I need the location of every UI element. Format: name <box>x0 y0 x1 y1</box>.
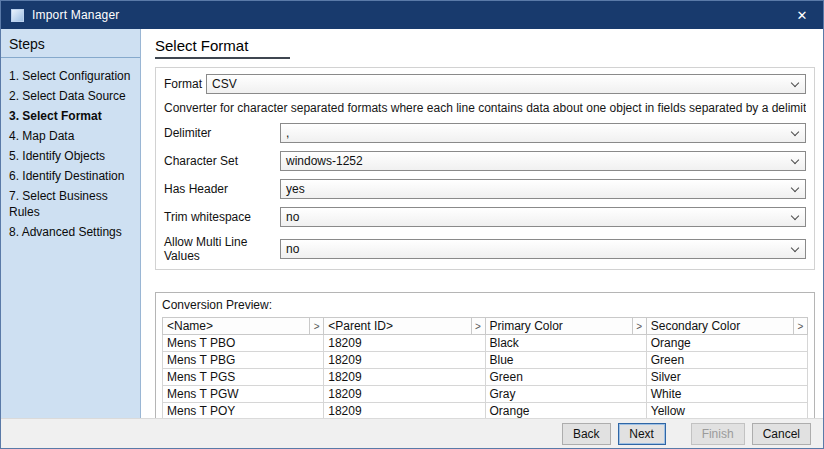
delimiter-row: Delimiter , <box>164 123 806 143</box>
steps-sidebar: Steps 1. Select Configuration 2. Select … <box>1 29 141 418</box>
has-header-label: Has Header <box>164 182 280 196</box>
trim-whitespace-value: no <box>286 210 299 224</box>
column-header-label: Secondary Color <box>651 319 740 333</box>
table-row: Mens T PBO 18209 Black Orange <box>163 335 808 352</box>
table-row: Mens T PGS 18209 Green Silver <box>163 369 808 386</box>
has-header-select[interactable]: yes <box>280 179 806 199</box>
next-button[interactable]: Next <box>618 423 666 445</box>
sidebar-item-select-configuration[interactable]: 1. Select Configuration <box>5 66 136 86</box>
cell-parent-id: 18209 <box>324 352 485 369</box>
trim-whitespace-select[interactable]: no <box>280 207 806 227</box>
conversion-preview-group: Conversion Preview: <Name> > <Parent ID>… <box>155 292 815 429</box>
format-label: Format <box>164 77 206 91</box>
multi-line-values-select[interactable]: no <box>280 239 806 259</box>
cell-primary-color: Gray <box>485 386 646 403</box>
multi-line-values-row: Allow Multi Line Values no <box>164 235 806 263</box>
table-row: Mens T PGW 18209 Gray White <box>163 386 808 403</box>
chevron-down-icon <box>791 184 799 192</box>
conversion-preview-label: Conversion Preview: <box>162 298 808 312</box>
preview-table: <Name> > <Parent ID> > Primary Color > <box>162 317 808 420</box>
dialog-footer: Back Next Finish Cancel <box>1 418 823 448</box>
back-button[interactable]: Back <box>562 423 611 445</box>
sidebar-item-select-format[interactable]: 3. Select Format <box>5 106 136 126</box>
character-set-select[interactable]: windows-1252 <box>280 151 806 171</box>
column-expand-icon[interactable]: > <box>471 318 485 334</box>
column-header-name[interactable]: <Name> > <box>163 318 324 335</box>
column-header-primary-color[interactable]: Primary Color > <box>485 318 646 335</box>
has-header-value: yes <box>286 182 305 196</box>
cell-name: Mens T POY <box>163 403 324 420</box>
column-expand-icon[interactable]: > <box>793 318 807 334</box>
character-set-row: Character Set windows-1252 <box>164 151 806 171</box>
preview-header-row: <Name> > <Parent ID> > Primary Color > <box>163 318 808 335</box>
cell-primary-color: Black <box>485 335 646 352</box>
page-title: Select Format <box>155 35 290 59</box>
character-set-label: Character Set <box>164 154 280 168</box>
sidebar-item-map-data[interactable]: 4. Map Data <box>5 126 136 146</box>
chevron-down-icon <box>791 212 799 220</box>
cell-parent-id: 18209 <box>324 335 485 352</box>
column-header-label: <Parent ID> <box>328 319 393 333</box>
import-manager-dialog: Import Manager ✕ Steps 1. Select Configu… <box>0 0 824 449</box>
cell-parent-id: 18209 <box>324 369 485 386</box>
close-icon[interactable]: ✕ <box>791 9 813 22</box>
format-select[interactable]: CSV <box>206 74 806 94</box>
chevron-down-icon <box>791 156 799 164</box>
cell-name: Mens T PBO <box>163 335 324 352</box>
column-header-secondary-color[interactable]: Secondary Color > <box>646 318 807 335</box>
format-settings-panel: Format CSV Converter for character separ… <box>155 67 815 270</box>
cell-primary-color: Green <box>485 369 646 386</box>
window-title: Import Manager <box>32 8 120 22</box>
delimiter-value: , <box>286 126 289 140</box>
cell-name: Mens T PGS <box>163 369 324 386</box>
trim-whitespace-label: Trim whitespace <box>164 210 280 224</box>
table-row: Mens T PBG 18209 Blue Green <box>163 352 808 369</box>
title-bar[interactable]: Import Manager ✕ <box>1 1 823 29</box>
cell-parent-id: 18209 <box>324 403 485 420</box>
table-row: Mens T POY 18209 Orange Yellow <box>163 403 808 420</box>
chevron-down-icon <box>791 244 799 252</box>
chevron-down-icon <box>791 128 799 136</box>
cell-primary-color: Blue <box>485 352 646 369</box>
cell-parent-id: 18209 <box>324 386 485 403</box>
cell-secondary-color: White <box>646 386 807 403</box>
column-expand-icon[interactable]: > <box>632 318 646 334</box>
format-row: Format CSV <box>164 74 806 94</box>
sidebar-item-identify-objects[interactable]: 5. Identify Objects <box>5 146 136 166</box>
cell-name: Mens T PBG <box>163 352 324 369</box>
cell-secondary-color: Yellow <box>646 403 807 420</box>
sidebar-item-identify-destination[interactable]: 6. Identify Destination <box>5 166 136 186</box>
chevron-down-icon <box>791 79 799 87</box>
sidebar-item-select-data-source[interactable]: 2. Select Data Source <box>5 86 136 106</box>
column-expand-icon[interactable]: > <box>309 318 323 334</box>
multi-line-values-value: no <box>286 242 299 256</box>
finish-button[interactable]: Finish <box>691 423 745 445</box>
format-value: CSV <box>212 77 237 91</box>
app-icon <box>11 9 24 22</box>
cell-name: Mens T PGW <box>163 386 324 403</box>
column-header-parent-id[interactable]: <Parent ID> > <box>324 318 485 335</box>
dialog-body: Steps 1. Select Configuration 2. Select … <box>1 29 823 418</box>
character-set-value: windows-1252 <box>286 154 363 168</box>
format-description: Converter for character separated format… <box>164 101 806 115</box>
cell-secondary-color: Silver <box>646 369 807 386</box>
column-header-label: <Name> <box>167 319 213 333</box>
cancel-button[interactable]: Cancel <box>752 423 811 445</box>
main-panel: Select Format Format CSV Converter for c… <box>141 29 823 418</box>
column-header-label: Primary Color <box>490 319 563 333</box>
trim-whitespace-row: Trim whitespace no <box>164 207 806 227</box>
cell-primary-color: Orange <box>485 403 646 420</box>
steps-list: 1. Select Configuration 2. Select Data S… <box>1 58 140 250</box>
cell-secondary-color: Green <box>646 352 807 369</box>
sidebar-title: Steps <box>1 29 140 58</box>
delimiter-select[interactable]: , <box>280 123 806 143</box>
has-header-row: Has Header yes <box>164 179 806 199</box>
sidebar-item-select-business-rules[interactable]: 7. Select Business Rules <box>5 186 136 222</box>
cell-secondary-color: Orange <box>646 335 807 352</box>
multi-line-values-label: Allow Multi Line Values <box>164 235 280 263</box>
delimiter-label: Delimiter <box>164 126 280 140</box>
sidebar-item-advanced-settings[interactable]: 8. Advanced Settings <box>5 222 136 242</box>
